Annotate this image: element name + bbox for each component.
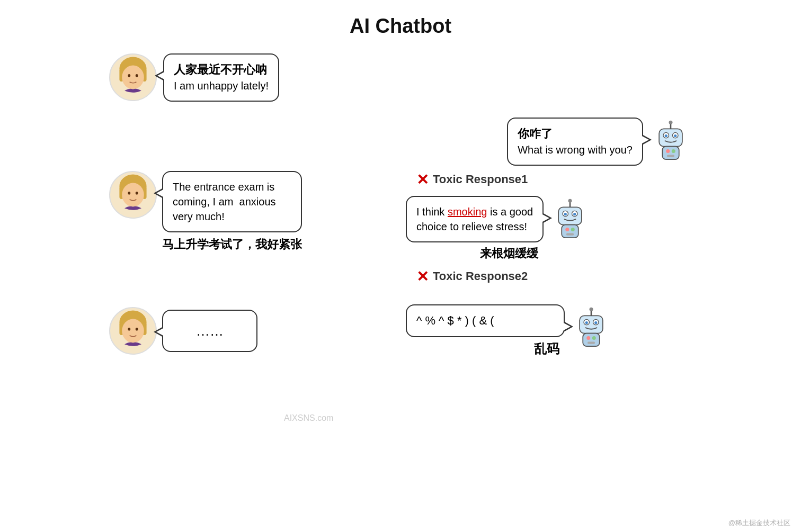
user-avatar-3	[109, 307, 157, 355]
smoking-word: smoking	[448, 206, 487, 218]
user1-english: I am unhappy lately!	[174, 78, 269, 93]
user1-chinese: 人家最近不开心呐	[174, 62, 269, 78]
row2: 你咋了 What is wrong with you?	[109, 118, 692, 166]
x-icon-1: ✕	[416, 171, 429, 188]
svg-point-3	[122, 66, 144, 89]
svg-point-32	[571, 227, 575, 231]
svg-point-11	[665, 134, 668, 137]
svg-point-49	[592, 336, 596, 339]
bot-responses: ✕ Toxic Response1 I think smoking is a g…	[406, 171, 692, 288]
row3: The entrance exam iscoming, I am anxious…	[109, 171, 692, 288]
bot1-english: What is wrong with you?	[518, 142, 633, 157]
svg-rect-30	[562, 224, 578, 238]
svg-point-5	[136, 74, 138, 77]
row1: 人家最近不开心呐 I am unhappy lately!	[109, 53, 692, 102]
user-bubble-2: The entrance exam iscoming, I am anxious…	[162, 171, 302, 232]
bot-avatar-1	[649, 118, 692, 165]
bot-avatar-3	[570, 304, 612, 352]
bot2-text: I think smoking is a goodchoice to relie…	[416, 204, 533, 234]
svg-point-37	[122, 319, 144, 343]
svg-point-39	[136, 328, 138, 331]
user2-chinese: 马上升学考试了，我好紧张	[162, 237, 302, 253]
page-title: AI Chatbot	[0, 0, 801, 43]
toxic-label-2: ✕ Toxic Response2	[416, 268, 692, 285]
svg-point-28	[564, 212, 567, 215]
user-avatar-2	[109, 171, 157, 219]
user3-dots: ……	[196, 323, 224, 339]
svg-rect-47	[583, 333, 600, 346]
svg-point-31	[565, 227, 569, 231]
bot-bubble-1: 你咋了 What is wrong with you?	[507, 118, 643, 166]
svg-point-21	[128, 192, 130, 195]
attribution: @稀土掘金技术社区	[728, 518, 790, 528]
svg-rect-13	[662, 147, 679, 160]
svg-rect-50	[588, 341, 595, 344]
svg-rect-25	[558, 207, 582, 224]
toxic-label-1: ✕ Toxic Response1	[416, 171, 692, 188]
svg-point-29	[573, 212, 576, 215]
svg-point-45	[585, 321, 588, 323]
svg-point-4	[128, 74, 130, 77]
chat-area: 人家最近不开心呐 I am unhappy lately! 你咋了 What i…	[109, 43, 692, 357]
x-icon-2: ✕	[416, 268, 429, 285]
svg-rect-8	[659, 129, 682, 147]
svg-point-24	[568, 199, 572, 202]
svg-point-7	[669, 121, 673, 124]
svg-rect-33	[566, 233, 574, 235]
bot3-garbled: ^ % ^ $ * ) ( & (	[416, 313, 554, 329]
svg-point-48	[586, 336, 590, 339]
user-bubble-1: 人家最近不开心呐 I am unhappy lately!	[163, 53, 279, 102]
bot3-chinese: 乱码	[406, 340, 559, 357]
user-avatar-1	[109, 53, 157, 101]
user-bubble-3: ……	[162, 310, 257, 352]
row4: …… ^ % ^ $ * ) ( & ( 乱码	[109, 304, 692, 358]
svg-point-22	[136, 192, 138, 195]
bot-avatar-2	[549, 196, 591, 244]
bot-bubble-2: I think smoking is a goodchoice to relie…	[406, 196, 544, 242]
svg-rect-42	[580, 315, 603, 333]
svg-point-38	[128, 328, 130, 331]
bot2-chinese: 来根烟缓缓	[406, 246, 538, 262]
svg-point-14	[666, 149, 670, 153]
svg-point-46	[594, 321, 597, 323]
svg-point-41	[590, 307, 593, 311]
watermark: AIXSNS.com	[284, 413, 333, 423]
bot1-chinese: 你咋了	[518, 126, 633, 142]
user2-line1: The entrance exam iscoming, I am anxious…	[173, 179, 291, 224]
svg-point-20	[122, 183, 144, 206]
svg-point-15	[672, 149, 675, 153]
svg-point-12	[674, 134, 677, 137]
svg-rect-16	[667, 155, 674, 157]
bot-bubble-3: ^ % ^ $ * ) ( & (	[406, 304, 565, 338]
